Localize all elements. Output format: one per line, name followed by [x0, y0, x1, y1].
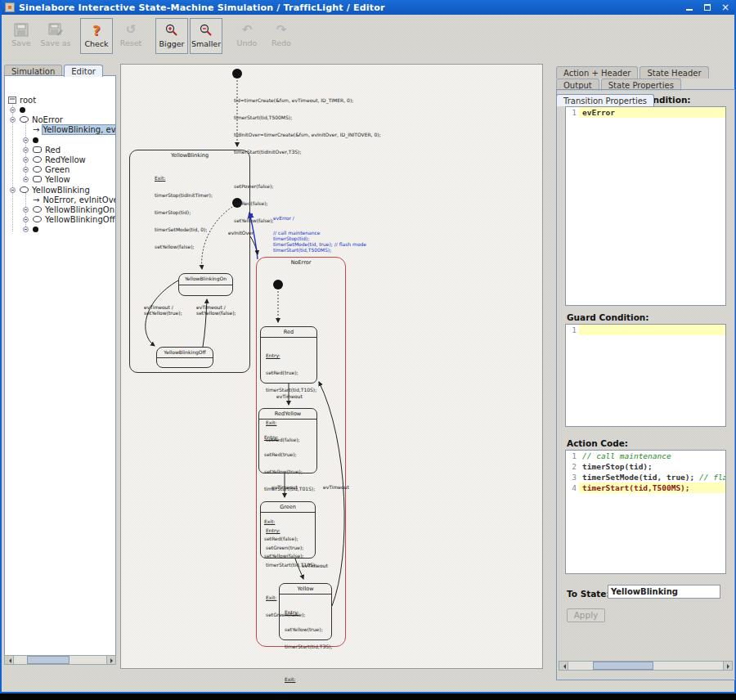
- check-button[interactable]: ? Check: [80, 18, 113, 54]
- properties-horizontal-scrollbar[interactable]: [559, 661, 733, 671]
- state-yellowblinkingon[interactable]: YellowBlinkingOn: [178, 273, 233, 296]
- titlebar: Sinelabore Interactive State-Machine Sim…: [2, 0, 734, 15]
- apply-button[interactable]: Apply: [567, 608, 605, 622]
- right-splitter[interactable]: [546, 64, 550, 669]
- tree-item-initial[interactable]: [5, 224, 115, 234]
- state-yellow[interactable]: Yellow Entry: setYellow(true); timerStar…: [279, 583, 332, 640]
- state-icon: [33, 166, 42, 173]
- maximize-icon: [704, 4, 711, 11]
- tree-item-yellowblinkingon[interactable]: YellowBlinkingOn: [5, 204, 115, 214]
- expand-handle-icon[interactable]: [23, 167, 29, 173]
- tree-item-yellowblinkingoff[interactable]: YellowBlinkingOff: [5, 214, 115, 224]
- initial-transition-code: tid=timerCreate(&fsm, evTimeout, ID_TIME…: [234, 86, 381, 235]
- expand-handle-icon[interactable]: [10, 107, 16, 113]
- check-label: Check: [84, 39, 108, 48]
- tree-item-redyellow[interactable]: RedYellow: [5, 155, 115, 164]
- toolbar: Save Save as ? Check ↺ Reset Bigger: [5, 18, 299, 57]
- zoom-in-button[interactable]: Bigger: [155, 18, 188, 54]
- label-evtimeout-1: evTimeout: [276, 393, 303, 399]
- guard-condition-label: Guard Condition:: [567, 312, 649, 322]
- event-trigger-editor[interactable]: 1evError: [565, 106, 726, 306]
- tree-item-root[interactable]: root: [5, 95, 115, 105]
- action-code-label: Action Code:: [567, 438, 628, 448]
- expand-handle-icon[interactable]: [10, 117, 16, 123]
- magnifier-minus-icon: [199, 21, 213, 39]
- model-tree[interactable]: root NoError YellowBlinking, evError Red…: [4, 75, 116, 656]
- tree-item-red[interactable]: Red: [5, 145, 115, 155]
- floppy-pen-icon: [48, 20, 63, 38]
- properties-panel: Action + HeaderState Header OutputState …: [556, 64, 735, 680]
- scroll-left-arrow[interactable]: [5, 656, 14, 664]
- save-button[interactable]: Save: [5, 18, 38, 54]
- to-state-label: To State:: [567, 589, 610, 599]
- expand-handle-icon[interactable]: [23, 157, 29, 163]
- guard-condition-editor[interactable]: 1: [565, 324, 726, 427]
- initial-state-icon: [20, 107, 25, 113]
- expand-handle-icon[interactable]: [23, 227, 29, 232]
- zoom-out-label: Smaller: [191, 39, 221, 48]
- window-bottom-edge: [0, 693, 736, 700]
- tree-item-yellow[interactable]: Yellow: [5, 174, 115, 184]
- state-red[interactable]: Red Entry: setRed(true); timerStart(tid,…: [260, 326, 317, 384]
- expand-handle-icon[interactable]: [23, 207, 29, 213]
- state-green[interactable]: Green Entry: setGreen(true); timerStart(…: [260, 501, 316, 559]
- tree-horizontal-scrollbar[interactable]: [4, 655, 116, 665]
- minimize-button[interactable]: [680, 0, 698, 15]
- app-window: Sinelabore Interactive State-Machine Sim…: [0, 0, 736, 693]
- tree-item-initial[interactable]: [5, 105, 115, 114]
- state-icon: [33, 146, 42, 153]
- save-as-label: Save as: [40, 38, 70, 47]
- redo-icon: ↷: [276, 20, 287, 38]
- window-title: Sinelabore Interactive State-Machine Sim…: [19, 2, 385, 13]
- tree-item-noerror[interactable]: NoError: [5, 114, 115, 124]
- statechart-canvas[interactable]: tid=timerCreate(&fsm, evTimeout, ID_TIME…: [120, 64, 543, 669]
- close-button[interactable]: ×: [716, 0, 734, 15]
- save-as-button[interactable]: Save as: [39, 18, 72, 54]
- state-icon: [33, 216, 42, 222]
- to-state-input[interactable]: [608, 585, 720, 599]
- maximize-button[interactable]: [698, 0, 716, 15]
- label-evtimeout-3: evTimeout: [323, 484, 349, 490]
- scrollbar-thumb[interactable]: [593, 662, 653, 670]
- transition-arrow-icon: [33, 125, 39, 134]
- scroll-left-arrow[interactable]: [559, 662, 568, 670]
- state-icon: [33, 176, 42, 182]
- expand-handle-icon[interactable]: [10, 187, 16, 193]
- redo-button[interactable]: ↷ Redo: [265, 18, 298, 54]
- undo-button[interactable]: ↶ Undo: [231, 18, 263, 54]
- yellowblinking-exit-code: Exit: timerStop(tidInitTimer); timerStop…: [155, 164, 213, 261]
- reset-button[interactable]: ↺ Reset: [114, 18, 147, 54]
- state-redyellow[interactable]: RedYellow Entry: setRed(true); setYellow…: [258, 408, 317, 473]
- label-evinitover: evInitOver: [228, 230, 254, 236]
- expand-handle-icon[interactable]: [23, 217, 29, 222]
- tree-item-transition-noerror-evinitover[interactable]: NoError, evInitOver: [5, 195, 115, 204]
- tree-item-yellowblinking[interactable]: YellowBlinking: [5, 185, 115, 195]
- state-yellowblinkingoff[interactable]: YellowBlinkingOff: [156, 347, 213, 368]
- label-evtimeout-2: evTimeout: [272, 484, 298, 490]
- root-icon: [8, 96, 16, 104]
- scrollbar-thumb[interactable]: [27, 656, 70, 664]
- tab-transition-properties[interactable]: Transition Properties: [556, 94, 654, 106]
- undo-label: Undo: [237, 38, 258, 47]
- state-icon: [33, 156, 42, 163]
- tree-item-transition-yellowblinking-everror[interactable]: YellowBlinking, evError: [5, 124, 115, 134]
- undo-icon: ↶: [242, 20, 253, 38]
- scroll-right-arrow[interactable]: [723, 662, 732, 670]
- state-yellowblinking[interactable]: YellowBlinking Exit: timerStop(tidInitTi…: [129, 150, 250, 373]
- zoom-out-button[interactable]: Smaller: [190, 18, 222, 54]
- state-icon: [20, 186, 29, 193]
- tab-editor[interactable]: Editor: [64, 65, 103, 77]
- action-code-editor[interactable]: 1// call maintenance 2timerStop(tid); 3t…: [565, 450, 726, 574]
- label-on-to-off: evTimeout /setYellow(true);: [144, 304, 182, 316]
- expand-handle-icon[interactable]: [23, 147, 29, 153]
- yellow-actions-code: Entry: setYellow(true); timerStart(tid,T…: [285, 598, 332, 700]
- zoom-in-label: Bigger: [159, 39, 185, 48]
- scroll-right-arrow[interactable]: [106, 656, 115, 664]
- initial-pseudostate-top[interactable]: [232, 69, 242, 79]
- tree-item-initial[interactable]: [5, 135, 115, 145]
- tree-item-green[interactable]: Green: [5, 164, 115, 174]
- expand-handle-icon[interactable]: [23, 177, 29, 182]
- redo-label: Redo: [272, 38, 291, 47]
- minimize-icon: [686, 9, 693, 11]
- expand-handle-icon[interactable]: [23, 137, 29, 143]
